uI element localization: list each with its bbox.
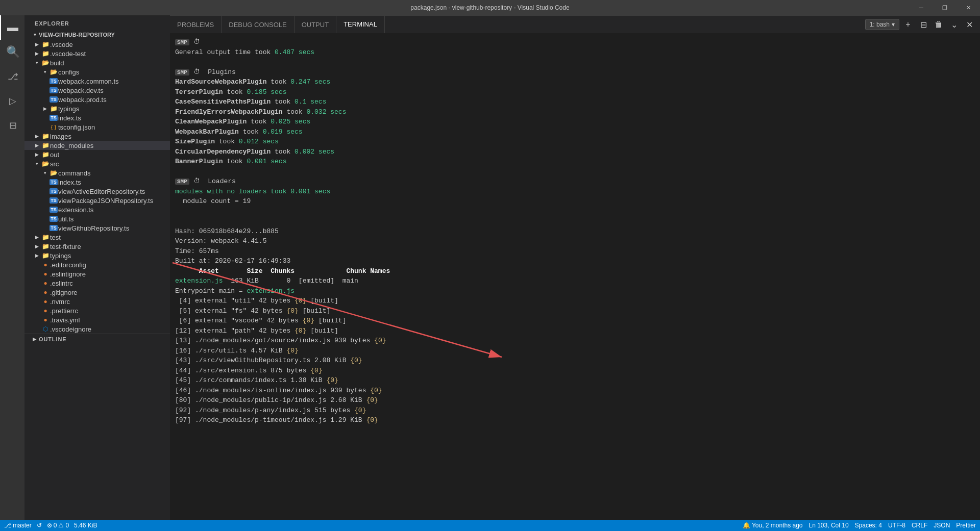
shell-selector[interactable]: 1: bash ▾ [865,19,899,30]
tree-item-node-modules[interactable]: ▶ 📁 node_modules [24,141,170,150]
chevron-icon: ▶ [33,253,41,258]
tree-label: extension.ts [58,206,170,214]
chevron-icon: ▾ [33,60,41,65]
tree-item-webpack-common[interactable]: TS webpack.common.ts [24,77,170,86]
tree-item-eslintignore[interactable]: ● .eslintignore [24,269,170,279]
activity-debug[interactable]: ▷ [0,89,24,113]
more-actions-button[interactable]: ⌄ [947,18,961,31]
line-ending-status[interactable]: CRLF [912,522,927,529]
outline-section[interactable]: ▶ OUTLINE [24,334,170,344]
split-icon: ⊟ [920,20,927,30]
tree-label: images [50,133,170,140]
tree-item-gitignore[interactable]: ● .gitignore [24,288,170,297]
explorer-section[interactable]: ▾ VIEW-GITHUB-REPOSITORY [24,30,170,40]
term-line: modules with no loaders took 0.001 secs [175,187,975,197]
activity-explorer[interactable]: ▬ [0,15,24,40]
folder-open-icon: 📂 [49,169,58,177]
activity-search[interactable]: 🔍 [0,40,24,64]
new-terminal-button[interactable]: + [901,18,915,31]
tree-label: .vscode-test [50,50,170,58]
tree-item-viewActiveEditor[interactable]: TS viewActiveEditorRepository.ts [24,187,170,196]
tree-label: .editorconfig [50,261,170,269]
activity-extensions[interactable]: ⊟ [0,113,24,138]
window-controls: ─ ❐ ✕ [910,0,980,15]
encoding-status[interactable]: UTF-8 [888,522,905,529]
sync-status[interactable]: ↺ [37,522,42,529]
language-status[interactable]: JSON [934,522,950,529]
json-icon: { } [49,123,58,131]
term-line [175,57,975,67]
tree-item-index-ts[interactable]: TS index.ts [24,178,170,187]
sidebar-header: Explorer [24,15,170,30]
chevron-icon: ▶ [33,244,41,249]
tree-item-vscode-test[interactable]: ▶ 📁 .vscode-test [24,49,170,58]
terminal-output[interactable]: SMP ⏱ General output time took 0.487 sec… [170,33,980,520]
tree-label: tsconfig.json [58,123,170,131]
tree-item-commands[interactable]: ▾ 📂 commands [24,168,170,178]
tree-item-vscode[interactable]: ▶ 📁 .vscode [24,40,170,49]
file-size-status[interactable]: 5.46 KiB [74,522,97,529]
tree-item-typings-build[interactable]: ▶ 📁 typings [24,104,170,113]
tree-item-typings[interactable]: ▶ 📁 typings [24,251,170,260]
tree-item-test[interactable]: ▶ 📁 test [24,233,170,242]
spaces-status[interactable]: Spaces: 4 [855,522,882,529]
term-line: SMP ⏱ Loaders [175,176,975,187]
close-button[interactable]: ✕ [957,0,980,15]
tree-item-tsconfig[interactable]: { } tsconfig.json [24,122,170,132]
term-line: [92] ./node_modules/p-any/index.js 515 b… [175,406,975,416]
tree-label: src [50,160,170,168]
tree-item-prettierrc[interactable]: ● .prettierrc [24,306,170,315]
tree-item-viewGithub[interactable]: TS viewGithubRepository.ts [24,223,170,233]
term-line: Version: webpack 4.41.5 [175,236,975,246]
trash-icon: 🗑 [935,20,943,29]
tree-item-images[interactable]: ▶ 📁 images [24,132,170,141]
errors-status[interactable]: ⊗ 0 ⚠ 0 [47,522,69,529]
tab-output-label: OUTPUT [302,21,329,29]
tree-item-viewPackageJSON[interactable]: TS viewPackageJSONRepository.ts [24,196,170,205]
tree-item-vscodeignore[interactable]: ⬡ .vscodeignore [24,324,170,334]
tree-label: webpack.common.ts [58,78,170,85]
tree-label: typings [58,105,170,113]
tree-item-src[interactable]: ▾ 📂 src [24,159,170,168]
tree-item-configs[interactable]: ▾ 📂 configs [24,67,170,77]
dot-file-icon: ● [41,279,50,287]
activity-source-control[interactable]: ⎇ [0,64,24,89]
tree-item-extension-ts[interactable]: TS extension.ts [24,205,170,214]
tree-item-build[interactable]: ▾ 📂 build [24,58,170,67]
minimize-button[interactable]: ─ [910,0,933,15]
tree-item-nvmrc[interactable]: ● .nvmrc [24,297,170,306]
tree-item-util-ts[interactable]: TS util.ts [24,214,170,223]
tree-item-webpack-dev[interactable]: TS webpack.dev.ts [24,86,170,95]
dot-file-icon: ● [41,261,50,269]
tab-output[interactable]: OUTPUT [295,16,336,34]
close-terminal-button[interactable]: ✕ [963,18,976,31]
folder-open-icon: 📂 [41,59,50,67]
notification-status[interactable]: 🔔 You, 2 months ago [743,522,803,529]
tree-item-editorconfig[interactable]: ● .editorconfig [24,260,170,269]
tree-item-out[interactable]: ▶ 📁 out [24,150,170,159]
tab-debug-console[interactable]: DEBUG CONSOLE [222,16,294,34]
term-line [175,207,975,217]
term-line: [43] ./src/viewGithubRepository.ts 2.08 … [175,356,975,366]
chevron-icon: ▶ [33,235,41,240]
tab-problems[interactable]: PROBLEMS [170,16,222,34]
position-status[interactable]: Ln 103, Col 10 [809,522,849,529]
split-terminal-button[interactable]: ⊟ [917,18,930,31]
tree-label: index.ts [58,179,170,186]
tree-item-travis[interactable]: ● .travis.yml [24,315,170,324]
branch-status[interactable]: ⎇ master [4,522,32,529]
tree-item-test-fixture[interactable]: ▶ 📁 test-fixture [24,242,170,251]
term-line: Asset Size Chunks Chunk Names [175,266,975,276]
tree-item-eslintrc[interactable]: ● .eslintrc [24,279,170,288]
term-line: [80] ./node_modules/public-ip/index.js 2… [175,395,975,406]
formatter-status[interactable]: Prettier [956,522,976,529]
tree-item-webpack-prod[interactable]: TS webpack.prod.ts [24,95,170,104]
ts-icon: TS [49,215,58,223]
tree-item-index-build[interactable]: TS index.ts [24,113,170,122]
maximize-button[interactable]: ❐ [933,0,957,15]
dot-file-icon: ● [41,316,50,324]
folder-icon: 📁 [49,105,58,113]
tab-terminal[interactable]: TERMINAL [336,16,385,34]
kill-terminal-button[interactable]: 🗑 [932,18,945,31]
terminal-container: SMP ⏱ General output time took 0.487 sec… [170,33,980,520]
